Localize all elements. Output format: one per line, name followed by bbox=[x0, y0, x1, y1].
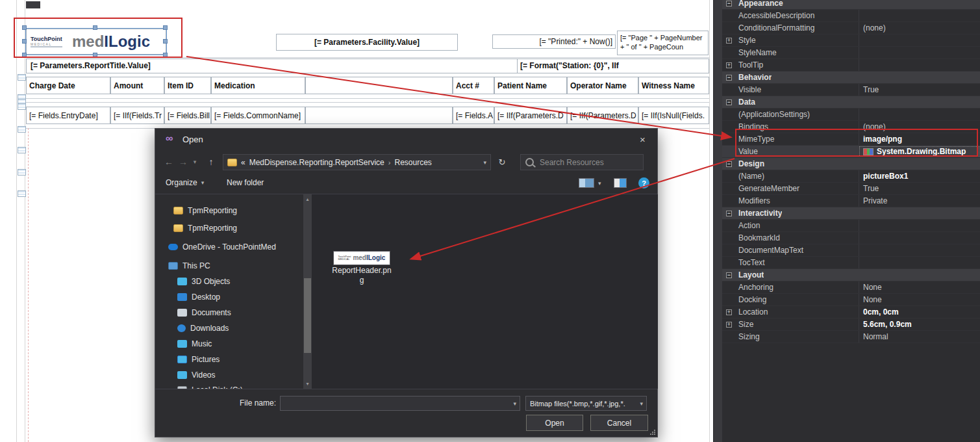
detail-cell-acct[interactable]: [= Fields.A bbox=[453, 107, 494, 124]
detail-cell-empty[interactable] bbox=[305, 107, 453, 124]
property-value[interactable]: None bbox=[859, 281, 980, 293]
band-marker-icon[interactable] bbox=[18, 74, 26, 81]
detail-cell-charge-date[interactable]: [= Fields.EntryDate] bbox=[26, 107, 110, 124]
chevron-down-icon[interactable]: ▾ bbox=[640, 400, 643, 407]
column-header-operator-name[interactable]: Operator Name bbox=[567, 77, 638, 94]
property-row-documentmaptext[interactable]: DocumentMapText bbox=[722, 244, 980, 257]
collapse-icon[interactable]: − bbox=[726, 161, 732, 167]
chevron-down-icon[interactable]: ▾ bbox=[598, 180, 601, 187]
tree-item-3d-objects[interactable]: 3D Objects bbox=[155, 275, 303, 288]
property-row-value[interactable]: ValueSystem.Drawing.Bitmap bbox=[722, 146, 980, 158]
collapse-icon[interactable]: − bbox=[726, 75, 732, 81]
selection-handle[interactable] bbox=[163, 53, 168, 57]
expand-icon[interactable]: + bbox=[726, 322, 732, 328]
collapse-icon[interactable]: − bbox=[726, 211, 732, 216]
column-header-charge-date[interactable]: Charge Date bbox=[26, 77, 110, 94]
report-title-expression[interactable]: [= Parameters.ReportTitle.Value] bbox=[31, 61, 151, 70]
organize-menu[interactable]: Organize ▾ bbox=[166, 178, 204, 187]
breadcrumb[interactable]: « MedDispense.Reporting.ReportService › … bbox=[223, 154, 491, 170]
breadcrumb-current[interactable]: Resources bbox=[394, 158, 431, 167]
tree-item-tpmreporting[interactable]: TpmReporting bbox=[155, 204, 303, 217]
detail-cell-item-id[interactable]: [= Fields.Bill bbox=[164, 107, 211, 124]
file-type-combobox[interactable]: Bitmap files(*.bmp,*.gif,*.jpg,*. ▾ bbox=[525, 396, 647, 411]
property-category-design[interactable]: −Design bbox=[722, 158, 980, 170]
property-row-location[interactable]: +Location0cm, 0cm bbox=[722, 306, 980, 318]
detail-cell-witness-name[interactable]: [= IIf(IsNull(Fields. bbox=[638, 107, 709, 124]
chevron-down-icon[interactable]: ▾ bbox=[483, 159, 486, 166]
property-category-data[interactable]: −Data bbox=[722, 96, 980, 109]
property-value[interactable]: 5.6cm, 0.9cm bbox=[859, 318, 980, 330]
tree-item-this-pc[interactable]: This PC bbox=[155, 259, 303, 272]
selection-handle[interactable] bbox=[93, 25, 97, 30]
search-input[interactable] bbox=[538, 157, 632, 168]
panel-splitter[interactable] bbox=[713, 0, 723, 442]
property-value[interactable]: 0cm, 0cm bbox=[859, 306, 980, 318]
property-value[interactable]: Normal bbox=[859, 331, 980, 343]
property-value[interactable] bbox=[859, 34, 980, 46]
scrollbar-thumb[interactable] bbox=[304, 278, 311, 353]
property-row-anchoring[interactable]: AnchoringNone bbox=[722, 281, 980, 294]
property-value[interactable] bbox=[859, 109, 980, 120]
file-name-input[interactable] bbox=[284, 398, 508, 409]
property-row-docking[interactable]: DockingNone bbox=[722, 294, 980, 306]
property-row-bindings[interactable]: Bindings(none) bbox=[722, 121, 980, 133]
report-section-tab[interactable] bbox=[26, 1, 40, 8]
facility-expression-textbox[interactable]: [= Parameters.Facility.Value] bbox=[276, 34, 458, 51]
property-row-tooltip[interactable]: +ToolTip bbox=[722, 59, 980, 72]
logo-picture-box[interactable]: TouchPoint MEDICAL medILogic bbox=[26, 29, 166, 55]
tree-item-pictures[interactable]: Pictures bbox=[155, 353, 303, 366]
band-marker-icon[interactable] bbox=[18, 126, 26, 133]
property-row-action[interactable]: Action bbox=[722, 220, 980, 232]
column-header-amount[interactable]: Amount bbox=[110, 77, 164, 94]
detail-cell-amount[interactable]: [= IIf(Fields.Tr bbox=[110, 107, 164, 124]
close-icon[interactable]: × bbox=[628, 129, 657, 150]
page-number-expression-textbox[interactable]: [= "Page " + PageNumber + " of " + PageC… bbox=[617, 31, 709, 55]
property-value[interactable] bbox=[859, 232, 980, 244]
tree-item-music[interactable]: Music bbox=[155, 337, 303, 350]
property-category-behavior[interactable]: −Behavior bbox=[722, 72, 980, 84]
file-thumbnail[interactable]: TouchPoint MEDICAL medILogic bbox=[333, 251, 390, 265]
property-row-toctext[interactable]: TocText bbox=[722, 257, 980, 269]
column-header-item-id[interactable]: Item ID bbox=[164, 77, 211, 94]
property-value[interactable]: True bbox=[859, 183, 980, 194]
printed-expression-textbox[interactable]: [= "Printed:" + Now()] bbox=[492, 34, 616, 49]
up-icon[interactable]: ↑ bbox=[203, 155, 219, 169]
property-row-stylename[interactable]: StyleName bbox=[722, 47, 980, 59]
property-row-mimetype[interactable]: MimeTypeimage/png bbox=[722, 133, 980, 146]
scroll-up-icon[interactable]: ▴ bbox=[303, 195, 312, 203]
column-header-patient-name[interactable]: Patient Name bbox=[494, 77, 567, 94]
chevron-down-icon[interactable]: ▾ bbox=[513, 400, 516, 407]
column-header-medication[interactable]: Medication bbox=[211, 77, 305, 94]
property-row-style[interactable]: +Style bbox=[722, 34, 980, 47]
recent-locations-chevron-icon[interactable]: ▾ bbox=[190, 155, 199, 169]
band-marker-icon[interactable] bbox=[18, 147, 26, 153]
resize-grip[interactable] bbox=[649, 429, 655, 435]
tree-item-downloads[interactable]: Downloads bbox=[155, 322, 303, 335]
tree-item-documents[interactable]: Documents bbox=[155, 306, 303, 319]
breadcrumb-prefix[interactable]: « bbox=[241, 158, 245, 167]
collapse-icon[interactable]: − bbox=[726, 272, 732, 278]
column-header-empty[interactable] bbox=[305, 77, 453, 94]
selection-handle[interactable] bbox=[22, 53, 27, 57]
property-value[interactable]: True bbox=[859, 84, 980, 96]
expand-icon[interactable]: + bbox=[726, 38, 732, 44]
breadcrumb-path[interactable]: MedDispense.Reporting.ReportService bbox=[249, 158, 384, 167]
tree-item-onedrive-touchpointmed[interactable]: OneDrive - TouchPointMed bbox=[155, 240, 303, 254]
property-value[interactable] bbox=[859, 220, 980, 231]
selection-handle[interactable] bbox=[163, 39, 168, 44]
selection-handle[interactable] bbox=[22, 39, 27, 44]
band-marker-icon[interactable] bbox=[18, 190, 26, 197]
forward-icon[interactable]: → bbox=[176, 155, 190, 169]
file-name-combobox[interactable]: ▾ bbox=[280, 396, 520, 411]
search-box[interactable] bbox=[520, 154, 644, 170]
tree-item-local-disk-c[interactable]: Local Disk (C:) bbox=[155, 384, 303, 389]
property-row-sizing[interactable]: SizingNormal bbox=[722, 331, 980, 343]
property-value[interactable] bbox=[859, 59, 980, 71]
dialog-titlebar[interactable]: ∞ Open × bbox=[155, 129, 657, 151]
property-row-accessibledescription[interactable]: AccessibleDescription bbox=[722, 10, 980, 22]
tree-scrollbar[interactable]: ▴ ▾ bbox=[303, 194, 312, 389]
back-icon[interactable]: ← bbox=[162, 155, 176, 169]
collapse-icon[interactable]: − bbox=[726, 99, 732, 105]
view-mode-button[interactable]: ▾ bbox=[579, 178, 601, 188]
selection-handle[interactable] bbox=[22, 25, 27, 30]
